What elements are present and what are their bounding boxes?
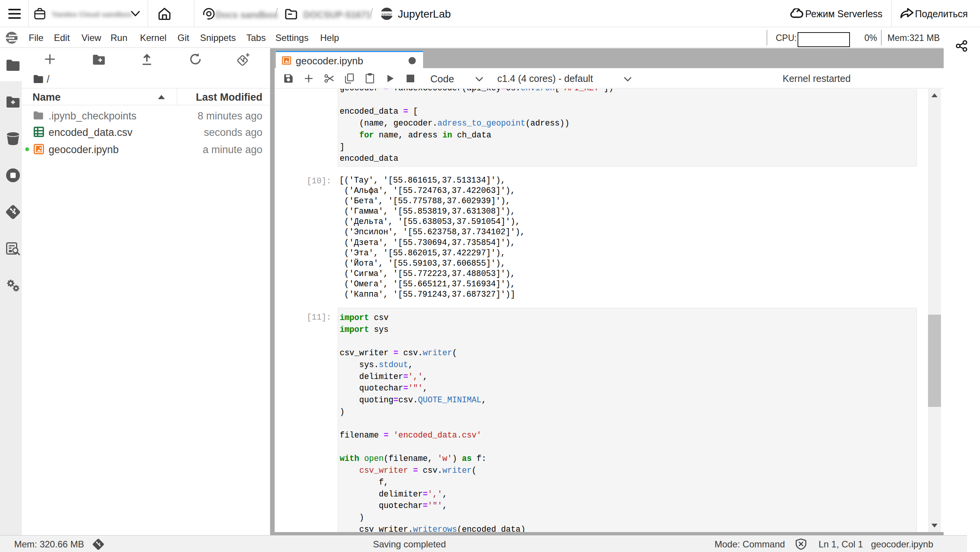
svg-text:jupyter: jupyter [381, 12, 392, 16]
